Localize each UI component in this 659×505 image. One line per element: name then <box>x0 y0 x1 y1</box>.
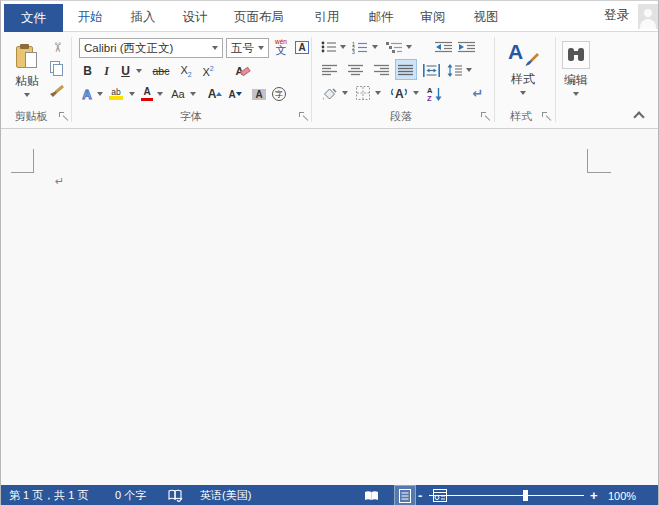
zoom-slider-track[interactable] <box>429 495 584 496</box>
show-hide-marks-button[interactable]: ↵ <box>469 83 487 103</box>
bullets-dropdown[interactable] <box>338 37 347 57</box>
font-color-bar <box>141 98 153 101</box>
sign-in-button[interactable]: 登录 <box>604 7 629 24</box>
language-indicator[interactable]: 英语(美国) <box>200 485 251 505</box>
text-effects-dropdown[interactable] <box>95 84 104 104</box>
grow-font-button[interactable]: A <box>206 84 224 104</box>
proofing-status-button[interactable] <box>168 485 183 505</box>
distribute-button[interactable] <box>420 60 442 80</box>
word-count-indicator[interactable]: 0 个字 <box>115 485 146 505</box>
phonetic-guide-button[interactable]: wén 文 <box>271 36 291 59</box>
subscript-button[interactable]: X2 <box>177 61 195 81</box>
avatar-body <box>640 19 656 29</box>
bold-icon: B <box>83 64 92 78</box>
format-painter-button[interactable] <box>45 82 67 100</box>
tab-mailings[interactable]: 邮件 <box>355 4 407 31</box>
strikethrough-button[interactable]: abc <box>149 61 173 81</box>
document-canvas[interactable]: ↵ <box>1 129 659 485</box>
font-color-dropdown[interactable] <box>155 84 164 104</box>
font-size-caret-icon <box>258 46 264 50</box>
increase-indent-icon <box>458 41 476 53</box>
svg-text:A: A <box>395 87 404 100</box>
character-shading-button[interactable]: A <box>250 84 268 104</box>
align-right-button[interactable] <box>371 60 393 80</box>
multilevel-list-dropdown[interactable] <box>404 37 413 57</box>
bullets-caret-icon <box>340 45 346 49</box>
underline-dropdown[interactable] <box>134 61 144 81</box>
font-color-button[interactable]: A <box>139 84 155 104</box>
borders-dropdown[interactable] <box>373 83 382 103</box>
borders-button[interactable] <box>353 83 373 103</box>
asian-layout-button[interactable]: A <box>387 83 411 103</box>
font-color-icon: A <box>143 87 150 97</box>
styles-button[interactable]: A 样式 <box>499 36 547 100</box>
font-name-combobox[interactable]: Calibri (西文正文) <box>79 38 223 58</box>
zoom-out-button[interactable]: - <box>418 485 422 505</box>
zoom-slider-thumb[interactable] <box>523 490 528 501</box>
line-spacing-button[interactable] <box>446 60 464 80</box>
tab-page-layout[interactable]: 页面布局 <box>221 4 297 31</box>
decrease-indent-button[interactable] <box>433 37 454 57</box>
clear-formatting-button[interactable]: A <box>231 61 255 81</box>
align-center-button[interactable] <box>345 60 367 80</box>
shading-button[interactable] <box>319 83 339 103</box>
font-size-combobox[interactable]: 五号 <box>226 38 269 58</box>
print-layout-button[interactable] <box>394 485 416 505</box>
bold-button[interactable]: B <box>80 61 95 81</box>
numbering-caret-icon <box>372 45 378 49</box>
sort-icon: A Z <box>427 86 442 101</box>
numbering-dropdown[interactable] <box>370 37 379 57</box>
character-border-button[interactable]: A <box>293 38 311 57</box>
increase-indent-button[interactable] <box>456 37 477 57</box>
paste-button[interactable]: 粘贴 <box>7 37 47 103</box>
distribute-icon <box>423 64 440 77</box>
justify-button[interactable] <box>395 59 417 80</box>
change-case-dropdown[interactable] <box>188 84 197 104</box>
read-mode-button[interactable] <box>362 485 380 505</box>
page-number-indicator[interactable]: 第 1 页，共 1 页 <box>9 485 88 505</box>
superscript-button[interactable]: X2 <box>199 61 217 81</box>
shading-dropdown[interactable] <box>340 83 349 103</box>
numbering-button[interactable]: 1 2 3 <box>351 37 369 57</box>
bullets-button[interactable] <box>320 37 338 57</box>
italic-button[interactable]: I <box>100 61 113 81</box>
multilevel-list-button[interactable] <box>384 37 404 57</box>
enclose-characters-button[interactable]: 字 <box>270 84 288 104</box>
paste-label: 粘贴 <box>15 73 39 90</box>
user-avatar-icon[interactable] <box>638 4 658 29</box>
tab-references[interactable]: 引用 <box>301 4 353 31</box>
copy-button[interactable] <box>47 59 67 77</box>
collapse-ribbon-chevron-icon[interactable] <box>633 111 644 122</box>
highlight-dropdown[interactable] <box>127 84 136 104</box>
tab-insert[interactable]: 插入 <box>117 4 169 31</box>
paragraph-dialog-launcher-icon[interactable] <box>481 112 490 121</box>
margin-cropmark-topleft-h <box>11 172 33 173</box>
tab-review[interactable]: 审阅 <box>407 4 459 31</box>
change-case-button[interactable]: Aa <box>168 84 188 104</box>
text-effects-button[interactable]: A <box>79 84 95 104</box>
styles-dialog-launcher-icon[interactable] <box>542 112 551 121</box>
zoom-level-button[interactable]: 100% <box>608 485 636 505</box>
clipboard-dialog-launcher-icon[interactable] <box>59 112 68 121</box>
cut-button[interactable]: ✂ <box>47 38 67 56</box>
align-left-button[interactable] <box>319 60 341 80</box>
tab-view[interactable]: 视图 <box>460 4 512 31</box>
font-dialog-launcher-icon[interactable] <box>299 112 308 121</box>
asian-layout-icon: A <box>388 86 410 100</box>
tab-file[interactable]: 文件 <box>4 4 63 32</box>
tab-home[interactable]: 开始 <box>64 4 116 31</box>
tab-design[interactable]: 设计 <box>169 4 221 31</box>
highlight-color-bar <box>109 96 123 100</box>
multilevel-caret-icon <box>406 45 412 49</box>
highlight-button[interactable]: ab <box>106 84 126 104</box>
shrink-font-button[interactable]: A <box>226 84 244 104</box>
align-center-icon <box>348 64 364 76</box>
line-spacing-dropdown[interactable] <box>464 60 473 80</box>
asian-layout-dropdown[interactable] <box>411 83 420 103</box>
sort-button[interactable]: A Z <box>425 83 443 103</box>
zoom-in-button[interactable]: + <box>590 485 598 505</box>
font-group-label: 字体 <box>101 109 281 123</box>
underline-button[interactable]: U <box>118 61 133 81</box>
editing-button[interactable]: 编辑 <box>559 36 593 100</box>
align-left-icon <box>322 64 338 76</box>
